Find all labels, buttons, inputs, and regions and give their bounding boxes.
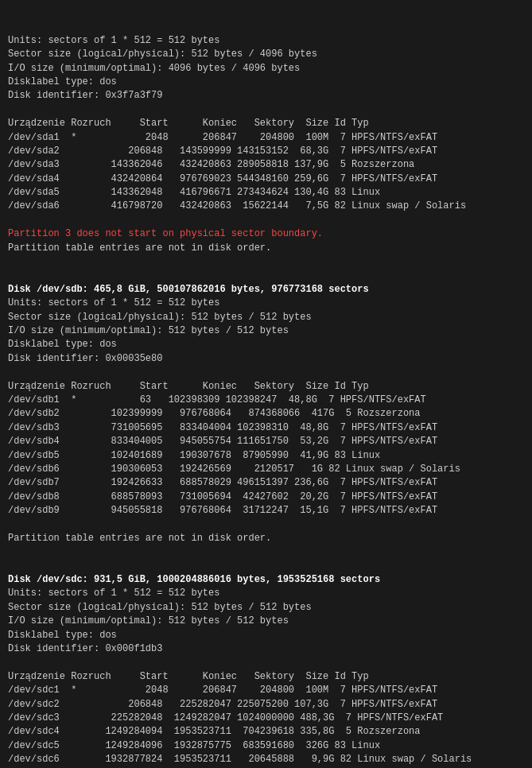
terminal-line	[8, 518, 524, 531]
terminal-line: /dev/sdb5 102401689 190307678 87905990 4…	[8, 449, 524, 463]
terminal-line: Urządzenie Rozruch Start Koniec Sektory …	[8, 117, 524, 130]
terminal-line: Disk identifier: 0x00035e80	[8, 352, 524, 366]
terminal-line	[8, 269, 524, 282]
terminal-line: /dev/sdc5 1249284096 1932875775 68359168…	[8, 739, 524, 753]
terminal-line: /dev/sdc6 1932877824 1953523711 20645888…	[8, 753, 524, 766]
terminal-line: /dev/sdb1 * 63 102398309 102398247 48,8G…	[8, 394, 524, 407]
terminal-line: Disk /dev/sdb: 465,8 GiB, 500107862016 b…	[8, 283, 524, 297]
terminal-line: /dev/sdb3 731005695 833404004 102398310 …	[8, 421, 524, 435]
terminal-line: Disklabel type: dos	[8, 338, 524, 351]
terminal-line: /dev/sdc2 206848 225282047 225075200 107…	[8, 698, 524, 712]
terminal-line: Disklabel type: dos	[8, 629, 524, 642]
terminal-line: Disk /dev/sdc: 931,5 GiB, 1000204886016 …	[8, 573, 524, 587]
terminal-line	[8, 545, 524, 559]
terminal-line	[8, 366, 524, 379]
terminal-line	[8, 656, 524, 669]
terminal-line: /dev/sdb8 688578093 731005694 42427602 2…	[8, 491, 524, 504]
terminal-line: Sector size (logical/physical): 512 byte…	[8, 311, 524, 324]
terminal-line: /dev/sdb6 190306053 192426569 2120517 1G…	[8, 463, 524, 476]
terminal-line: Disk identifier: 0x3f7a3f79	[8, 89, 524, 103]
terminal-line: /dev/sda5 143362048 416796671 273434624 …	[8, 186, 524, 200]
terminal-line: /dev/sda3 143362046 432420863 289058818 …	[8, 158, 524, 172]
terminal-line: Sector size (logical/physical): 512 byte…	[8, 601, 524, 615]
terminal-line: Urządzenie Rozruch Start Koniec Sektory …	[8, 670, 524, 684]
terminal-line: I/O size (minimum/optimal): 4096 bytes /…	[8, 62, 524, 76]
terminal-line: /dev/sda1 * 2048 206847 204800 100M 7 HP…	[8, 131, 524, 145]
terminal-line: Units: sectors of 1 * 512 = 512 bytes	[8, 587, 524, 600]
terminal-line: Urządzenie Rozruch Start Koniec Sektory …	[8, 380, 524, 394]
terminal-line: /dev/sda4 432420864 976769023 544348160 …	[8, 173, 524, 186]
terminal-line: Units: sectors of 1 * 512 = 512 bytes	[8, 297, 524, 310]
terminal-line: Disk identifier: 0x000f1db3	[8, 642, 524, 656]
terminal-line: Sector size (logical/physical): 512 byte…	[8, 48, 524, 61]
terminal-line: /dev/sdc3 225282048 1249282047 102400000…	[8, 712, 524, 725]
terminal-line	[8, 255, 524, 269]
terminal-output: Units: sectors of 1 * 512 = 512 bytesSec…	[8, 6, 524, 768]
terminal-line: Partition table entries are not in disk …	[8, 532, 524, 545]
terminal-line: /dev/sdb9 945055818 976768064 31712247 1…	[8, 504, 524, 518]
terminal-line: /dev/sdc1 * 2048 206847 204800 100M 7 HP…	[8, 684, 524, 697]
terminal-line: I/O size (minimum/optimal): 512 bytes / …	[8, 615, 524, 628]
terminal-line: Partition table entries are not in disk …	[8, 242, 524, 255]
terminal-line: /dev/sda2 206848 143599999 143153152 68,…	[8, 145, 524, 158]
terminal-line: /dev/sda6 416798720 432420863 15622144 7…	[8, 200, 524, 213]
terminal-line: /dev/sdc4 1249284094 1953523711 70423961…	[8, 725, 524, 739]
terminal-line	[8, 103, 524, 117]
terminal-line: Disklabel type: dos	[8, 76, 524, 89]
terminal-line: I/O size (minimum/optimal): 512 bytes / …	[8, 324, 524, 338]
terminal-line: Units: sectors of 1 * 512 = 512 bytes	[8, 34, 524, 48]
terminal-line	[8, 560, 524, 573]
terminal-line: /dev/sdb2 102399999 976768064 874368066 …	[8, 407, 524, 421]
terminal-line	[8, 214, 524, 227]
terminal-line: /dev/sdb4 833404005 945055754 111651750 …	[8, 435, 524, 448]
terminal-line: /dev/sdb7 192426633 688578029 496151397 …	[8, 476, 524, 490]
terminal-line: Partition 3 does not start on physical s…	[8, 227, 524, 241]
